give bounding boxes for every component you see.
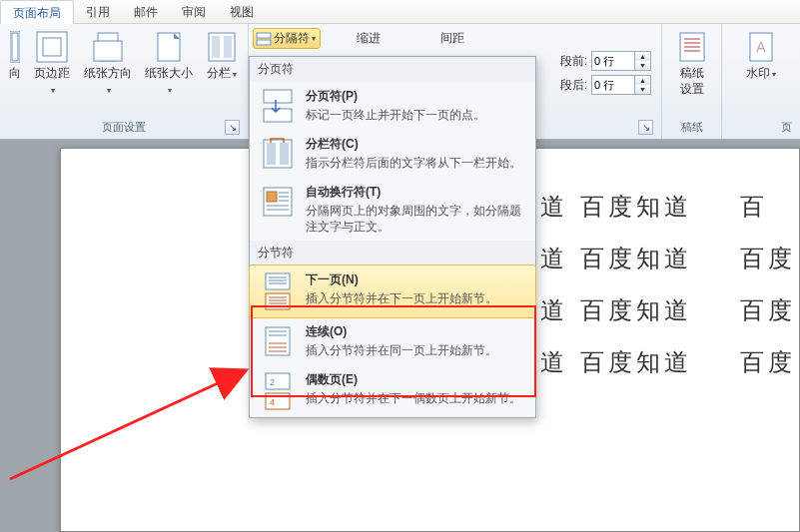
group-page-bg: A 水印 页 <box>722 24 800 139</box>
svg-rect-22 <box>267 143 276 165</box>
columns-button[interactable]: 分栏 <box>202 28 242 99</box>
svg-text:4: 4 <box>270 397 275 407</box>
before-input[interactable] <box>592 52 634 70</box>
watermark-icon: A <box>745 30 777 64</box>
doc-text: 百 <box>740 191 768 223</box>
manuscript-icon <box>676 30 708 64</box>
page-setup-group-label: 页面设置 ↘ <box>6 118 242 137</box>
svg-rect-25 <box>267 192 277 202</box>
section-page-breaks: 分页符 <box>250 57 535 82</box>
menu-even-page[interactable]: 24 偶数页(E) 插入分节符并在下一偶数页上开始新节。 <box>250 365 535 417</box>
before-up[interactable]: ▲ <box>635 52 650 61</box>
page-break-desc: 标记一页终止并开始下一页的点。 <box>306 107 485 123</box>
breaks-label: 分隔符 <box>274 30 310 47</box>
svg-rect-11 <box>257 40 271 45</box>
svg-rect-5 <box>94 41 122 61</box>
indent-header: 缩进 <box>357 30 381 47</box>
orientation-icon <box>92 30 124 64</box>
svg-rect-2 <box>37 32 67 62</box>
menu-next-page[interactable]: 下一页(N) 插入分节符并在下一页上开始新节。 <box>249 265 536 318</box>
after-up[interactable]: ▲ <box>635 76 650 85</box>
even-page-icon: 24 <box>258 371 298 411</box>
svg-rect-31 <box>266 273 290 289</box>
group-manuscript: 稿纸 设置 稿纸 <box>662 24 722 139</box>
tab-review[interactable]: 审阅 <box>170 0 218 23</box>
column-break-icon <box>258 136 298 172</box>
before-spinner[interactable]: ▲▼ <box>591 51 651 71</box>
manuscript-button[interactable]: 稿纸 设置 <box>668 28 715 99</box>
svg-rect-35 <box>266 293 290 309</box>
column-break-desc: 指示分栏符后面的文字将从下一栏开始。 <box>306 155 521 171</box>
even-page-desc: 插入分节符并在下一偶数页上开始新节。 <box>306 390 521 406</box>
breaks-button[interactable]: 分隔符▾ <box>253 28 321 49</box>
menu-column-break[interactable]: 分栏符(C) 指示分栏符后面的文字将从下一栏开始。 <box>250 130 535 178</box>
margins-button[interactable]: 向 <box>6 28 25 99</box>
after-down[interactable]: ▼ <box>635 85 650 94</box>
doc-text: 百度 <box>740 294 796 326</box>
svg-rect-19 <box>264 90 292 103</box>
page-setup-dialog-launcher[interactable]: ↘ <box>225 120 240 135</box>
size-label: 纸张大小 <box>145 66 193 80</box>
before-label: 段前: <box>560 53 587 70</box>
svg-text:2: 2 <box>270 377 275 387</box>
margins-icon <box>10 30 20 64</box>
menu-page-break[interactable]: 分页符(P) 标记一页终止并开始下一页的点。 <box>250 82 535 130</box>
manuscript-group-label: 稿纸 <box>668 118 715 137</box>
paragraph-dialog-launcher[interactable]: ↘ <box>638 120 653 135</box>
continuous-desc: 插入分节符并在同一页上开始新节。 <box>306 342 497 358</box>
doc-text: 道 <box>540 191 568 223</box>
svg-rect-8 <box>212 36 220 58</box>
doc-text: 百度 <box>740 346 796 378</box>
svg-rect-9 <box>224 36 232 58</box>
doc-text: 百度知道 <box>580 243 692 274</box>
watermark-button[interactable]: A 水印 <box>728 28 794 84</box>
text-wrapping-icon <box>258 184 298 235</box>
svg-text:A: A <box>756 39 766 55</box>
doc-text: 百度知道 <box>580 346 692 378</box>
after-input[interactable] <box>592 76 634 94</box>
spacing-header: 间距 <box>440 30 464 47</box>
tab-view[interactable]: 视图 <box>218 0 266 23</box>
tab-page-layout[interactable]: 页面布局 <box>0 0 74 24</box>
doc-text: 百度 <box>740 243 796 274</box>
after-spinner[interactable]: ▲▼ <box>591 75 651 95</box>
doc-text: 道 <box>540 346 568 378</box>
doc-text: 百度知道 <box>580 294 692 326</box>
tab-mailings[interactable]: 邮件 <box>122 0 170 23</box>
menu-text-wrapping[interactable]: 自动换行符(T) 分隔网页上的对象周围的文字，如分隔题注文字与正文。 <box>250 178 535 241</box>
even-page-title: 偶数页(E) <box>306 371 521 388</box>
columns-icon <box>206 30 238 64</box>
next-page-title: 下一页(N) <box>306 271 497 288</box>
tab-references[interactable]: 引用 <box>74 0 122 23</box>
paper-size-button[interactable]: 纸张大小 <box>141 28 198 99</box>
doc-text: 道 <box>540 243 568 274</box>
menu-continuous[interactable]: 连续(O) 插入分节符并在同一页上开始新节。 <box>250 317 535 365</box>
margins2-button[interactable]: 页边距 <box>29 28 75 99</box>
margins-label: 向 <box>9 66 21 80</box>
text-wrapping-title: 自动换行符(T) <box>306 184 527 201</box>
continuous-icon <box>258 323 298 359</box>
group-page-setup: 向 页边距 纸张方向 纸张大小 <box>0 24 249 139</box>
doc-text: 道 <box>540 294 568 326</box>
continuous-title: 连续(O) <box>306 323 497 340</box>
columns-label: 分栏 <box>207 66 231 80</box>
orientation-button[interactable]: 纸张方向 <box>79 28 136 99</box>
section-section-breaks: 分节符 <box>250 241 535 266</box>
doc-text: 百度知道 <box>580 191 692 223</box>
before-down[interactable]: ▼ <box>635 61 650 70</box>
text-wrapping-desc: 分隔网页上的对象周围的文字，如分隔题注文字与正文。 <box>306 203 527 235</box>
next-page-icon <box>258 271 298 311</box>
size-icon <box>153 30 185 64</box>
orientation-label: 纸张方向 <box>84 66 132 80</box>
column-break-title: 分栏符(C) <box>306 136 521 153</box>
ribbon-tabs: 页面布局 引用 邮件 审阅 视图 <box>0 0 800 24</box>
watermark-label: 水印 <box>746 66 770 80</box>
svg-rect-23 <box>280 143 289 165</box>
breaks-dropdown: 分页符 分页符(P) 标记一页终止并开始下一页的点。 分栏符(C) 指示分栏符后… <box>249 56 536 418</box>
margins2-icon <box>36 30 68 64</box>
manuscript-label: 稿纸 设置 <box>680 66 704 97</box>
svg-rect-10 <box>257 33 271 38</box>
breaks-icon <box>256 31 272 47</box>
after-label: 段后: <box>560 77 587 94</box>
page-break-icon <box>258 88 298 124</box>
